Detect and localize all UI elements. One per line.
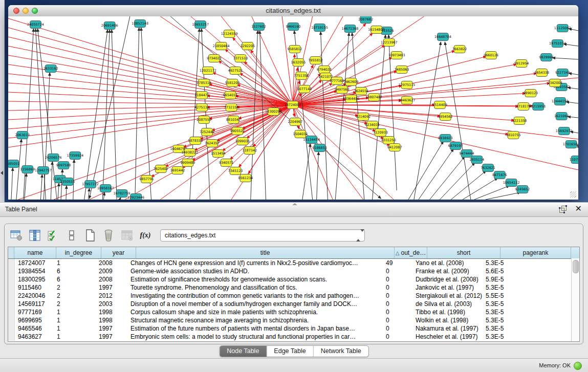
citation-edge-black[interactable] [135, 28, 139, 200]
cell-year[interactable]: 1997 [96, 284, 127, 291]
cell-title[interactable]: Corpus callosum shape and size in male p… [127, 309, 383, 316]
cell-name[interactable]: 18300295 [15, 276, 54, 283]
cell-name[interactable]: 22420046 [15, 292, 54, 299]
cell-out_degree[interactable]: 49 [383, 259, 412, 267]
cell-short[interactable]: de Silva et al. (2003) [412, 300, 483, 308]
cell-name[interactable]: 19384554 [15, 268, 54, 275]
citation-edge-red[interactable] [293, 105, 363, 200]
cell-pagerank[interactable]: 5.3E-5 [483, 333, 550, 340]
cell-out_degree[interactable]: 0 [383, 333, 412, 340]
cell-year[interactable]: 1998 [96, 309, 127, 316]
citation-edge-black[interactable] [24, 29, 34, 200]
network-canvas[interactable]: 2405572420691406108521481065325715276028… [8, 16, 578, 200]
cell-pagerank[interactable]: 5.5E-5 [483, 292, 550, 299]
citation-edge-black[interactable] [66, 186, 67, 200]
cell-title[interactable]: Estimation of the future numbers of pati… [127, 325, 383, 332]
cell-out_degree[interactable]: 0 [383, 268, 412, 275]
cell-name[interactable]: 9777169 [15, 309, 54, 316]
float-panel-icon[interactable] [558, 205, 568, 214]
citation-edge-black[interactable] [89, 188, 90, 200]
citation-edge-red[interactable] [8, 55, 293, 105]
delete-table-button[interactable] [101, 228, 116, 243]
tab-node-table[interactable]: Node Table [220, 346, 266, 357]
scrollbar-thumb[interactable] [573, 260, 579, 273]
tab-network-table[interactable]: Network Table [313, 346, 368, 357]
column-chooser-button[interactable] [27, 228, 42, 243]
cell-title[interactable]: Tourette syndrome. Phenomenology and cla… [127, 284, 383, 291]
citation-edge-black[interactable] [112, 30, 117, 200]
cell-out_degree[interactable]: 0 [383, 284, 412, 291]
table-row[interactable]: 946554611997Estimation of the future num… [8, 324, 579, 333]
memory-status-indicator[interactable] [574, 362, 582, 370]
cell-short[interactable]: Wolkin et al. (1998) [412, 317, 483, 324]
close-panel-icon[interactable]: ✕ [575, 204, 582, 213]
cell-title[interactable]: Genome-wide association studies in ADHD. [127, 268, 383, 275]
citation-edge-black[interactable] [103, 192, 104, 200]
splitter-grip[interactable] [292, 203, 297, 205]
citation-edge-black[interactable] [317, 152, 319, 200]
table-row[interactable]: 1456911722003Disruption of a novel membe… [8, 300, 579, 308]
cell-title[interactable]: Disruption of a novel member of a sodium… [127, 300, 383, 308]
cell-out_degree[interactable]: 0 [383, 317, 412, 324]
cell-pagerank[interactable]: 5.3E-5 [483, 309, 550, 316]
cell-year[interactable]: 2008 [96, 276, 127, 283]
cell-year[interactable]: 1998 [96, 317, 127, 324]
cell-short[interactable]: Stergiakouli et al. (2012) [412, 292, 483, 299]
citation-edge-black[interactable] [141, 28, 151, 200]
table-vertical-scrollbar[interactable] [571, 258, 579, 341]
citation-edge-black[interactable] [569, 73, 578, 75]
cell-in_degree[interactable]: 2 [54, 284, 96, 291]
table-row[interactable]: 977716911998Corpus callosum shape and si… [8, 308, 579, 316]
citation-edge-black[interactable] [451, 171, 486, 200]
cell-short[interactable]: Jankovic et al. (1997) [412, 284, 483, 291]
citation-edge-black[interactable] [40, 174, 42, 200]
cell-in_degree[interactable]: 1 [54, 259, 96, 267]
cell-pagerank[interactable]: 5.9E-5 [483, 276, 550, 283]
cell-title[interactable]: Changes of HCN gene expression and I(f) … [127, 259, 383, 267]
cell-in_degree[interactable]: 6 [54, 276, 96, 283]
cell-name[interactable]: 9463627 [15, 333, 54, 340]
citation-edge-black[interactable] [568, 117, 578, 118]
cell-name[interactable]: 9115460 [15, 284, 54, 291]
table-panel-titlebar[interactable]: Table Panel ✕ [0, 202, 588, 217]
table-row[interactable]: 1872400712008Changes of HCN gene express… [8, 259, 579, 267]
cell-out_degree[interactable]: 0 [383, 276, 412, 283]
citation-edge-black[interactable] [430, 157, 465, 200]
panel-collapse-arrow-icon[interactable] [1, 171, 3, 175]
citation-edge-black[interactable] [120, 198, 121, 200]
cell-in_degree[interactable]: 6 [54, 268, 96, 275]
row-boxes-button[interactable] [64, 228, 79, 243]
table-select-dropdown[interactable]: citations_edges.txt [160, 229, 365, 242]
citation-edge-black[interactable] [202, 29, 210, 200]
cell-out_degree[interactable]: 0 [383, 292, 412, 299]
cell-name[interactable]: 14569117 [15, 300, 54, 308]
select-rows-button[interactable] [46, 228, 61, 243]
cell-in_degree[interactable]: 2 [54, 292, 96, 299]
cell-pagerank[interactable]: 5.3E-5 [483, 284, 550, 291]
citation-edge-red[interactable] [8, 18, 293, 105]
citation-edge-black[interactable] [414, 42, 441, 200]
cell-year[interactable]: 1997 [96, 325, 127, 332]
cell-in_degree[interactable]: 2 [54, 300, 96, 308]
cell-pagerank[interactable]: 5.3E-5 [483, 325, 550, 332]
citation-edge-red[interactable] [8, 105, 293, 120]
cell-title[interactable]: Embryonic stem cells: a model to study s… [127, 333, 383, 340]
citation-edge-black[interactable] [486, 192, 520, 200]
table-row[interactable]: 911546021997Tourette syndrome. Phenomeno… [8, 283, 579, 292]
citation-edge-red[interactable] [251, 50, 293, 105]
citation-edge-black[interactable] [190, 29, 200, 200]
column-header-year[interactable]: year [101, 247, 136, 258]
column-header-out_degree[interactable]: △out_de… [395, 247, 427, 258]
cell-short[interactable]: Nakamura et al. (1997) [412, 325, 483, 332]
column-header-pagerank[interactable]: pagerank [500, 247, 571, 258]
cell-out_degree[interactable]: 0 [383, 300, 412, 308]
table-row[interactable]: 2242004622012Investigating the contribut… [8, 292, 579, 300]
cell-year[interactable]: 2009 [96, 268, 127, 275]
cell-pagerank[interactable]: 5.3E-5 [483, 259, 550, 267]
cell-in_degree[interactable]: 1 [54, 333, 96, 340]
cell-short[interactable]: Dudbridge et al. (2008) [412, 276, 483, 283]
cell-year[interactable]: 2012 [96, 292, 127, 299]
table-row[interactable]: 946362711997Embryonic stem cells: a mode… [8, 333, 579, 341]
cell-in_degree[interactable]: 1 [54, 309, 96, 316]
cell-name[interactable]: 9699695 [15, 317, 54, 324]
